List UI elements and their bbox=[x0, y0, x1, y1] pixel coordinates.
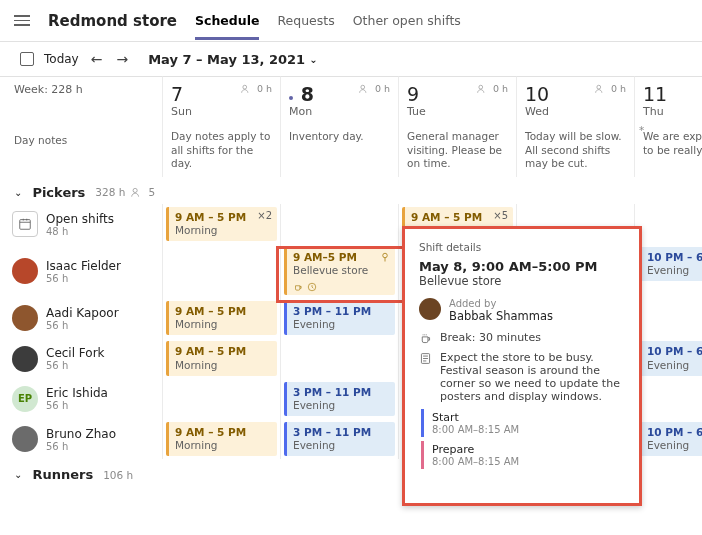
shift-card[interactable]: 3 PM – 11 PMEvening bbox=[284, 382, 395, 416]
shift-details-popup: Shift details May 8, 9:00 AM–5:00 PM Bel… bbox=[402, 226, 642, 506]
next-week-button[interactable]: → bbox=[114, 51, 130, 67]
hamburger-menu-icon[interactable] bbox=[14, 15, 30, 26]
shift-card[interactable]: 9 AM – 5 PMMorning bbox=[166, 422, 277, 456]
tab-schedule[interactable]: Schedule bbox=[195, 2, 259, 40]
shift-card[interactable]: 10 PM – 6 AMEvening bbox=[638, 341, 702, 375]
shift-card[interactable]: 3 PM – 11 PMEvening bbox=[284, 301, 395, 335]
svg-point-0 bbox=[243, 85, 247, 89]
day-note-mon[interactable]: Inventory day. bbox=[280, 124, 398, 177]
svg-point-2 bbox=[479, 85, 483, 89]
svg-point-1 bbox=[361, 85, 365, 89]
day-note-wed[interactable]: Today will be slow. All second shifts ma… bbox=[516, 124, 634, 177]
day-note-sun[interactable]: Day notes apply to all shifts for the da… bbox=[162, 124, 280, 177]
week-hours-label: Week: 228 h bbox=[0, 76, 162, 124]
day-header-wed[interactable]: 10 Wed 0 h bbox=[516, 76, 634, 124]
avatar bbox=[419, 298, 441, 320]
activity-start: Start8:00 AM–8:15 AM bbox=[421, 409, 625, 437]
activity-prepare: Prepare8:00 AM–8:15 AM bbox=[421, 441, 625, 469]
today-button[interactable]: Today bbox=[44, 52, 79, 66]
day-header-sun[interactable]: 7 Sun 0 h bbox=[162, 76, 280, 124]
day-header-thu[interactable]: 11 Thu bbox=[634, 76, 702, 124]
svg-rect-5 bbox=[20, 220, 31, 230]
day-header-mon[interactable]: 8 Mon 0 h bbox=[280, 76, 398, 124]
tab-requests[interactable]: Requests bbox=[277, 2, 334, 40]
break-icon bbox=[419, 332, 432, 345]
date-range-picker[interactable]: May 7 – May 13, 2021 ⌄ bbox=[148, 52, 317, 67]
shift-card[interactable]: 9 AM – 5 PMMorning×2 bbox=[166, 207, 277, 241]
popup-section-label: Shift details bbox=[419, 241, 625, 253]
svg-point-3 bbox=[597, 85, 601, 89]
avatar bbox=[12, 346, 38, 372]
shift-card[interactable]: 10 PM – 6 AMEvening bbox=[638, 247, 702, 281]
tab-open-shifts[interactable]: Other open shifts bbox=[353, 2, 461, 40]
shift-card[interactable]: 9 AM – 5 PMMorning bbox=[166, 341, 277, 375]
avatar bbox=[12, 426, 38, 452]
tab-bar: Schedule Requests Other open shifts bbox=[195, 2, 461, 40]
svg-point-4 bbox=[133, 188, 137, 192]
prev-week-button[interactable]: ← bbox=[89, 51, 105, 67]
store-title: Redmond store bbox=[48, 12, 177, 30]
avatar bbox=[12, 258, 38, 284]
note-icon bbox=[419, 352, 432, 365]
chevron-down-icon: ⌄ bbox=[309, 54, 317, 65]
calendar-icon bbox=[20, 52, 34, 66]
popup-shift-location: Bellevue store bbox=[419, 274, 625, 288]
open-shift-icon bbox=[12, 211, 38, 237]
shift-card[interactable]: 3 PM – 11 PMEvening bbox=[284, 422, 395, 456]
group-header-pickers[interactable]: ⌄ Pickers 328 h5 bbox=[0, 177, 702, 204]
day-notes-label: Day notes bbox=[0, 124, 162, 177]
day-header-tue[interactable]: 9 Tue 0 h bbox=[398, 76, 516, 124]
chevron-down-icon: ⌄ bbox=[14, 187, 22, 198]
shift-card[interactable]: 9 AM – 5 PMMorning bbox=[166, 301, 277, 335]
avatar bbox=[12, 305, 38, 331]
popup-shift-time: May 8, 9:00 AM–5:00 PM bbox=[419, 259, 625, 274]
chevron-down-icon: ⌄ bbox=[14, 469, 22, 480]
highlight-outline bbox=[276, 246, 402, 303]
day-note-thu[interactable]: *We are expecting to be really busy. bbox=[634, 124, 702, 177]
shift-card[interactable]: 10 PM – 6 AMEvening bbox=[638, 422, 702, 456]
avatar: EP bbox=[12, 386, 38, 412]
day-note-tue[interactable]: General manager visiting. Please be on t… bbox=[398, 124, 516, 177]
